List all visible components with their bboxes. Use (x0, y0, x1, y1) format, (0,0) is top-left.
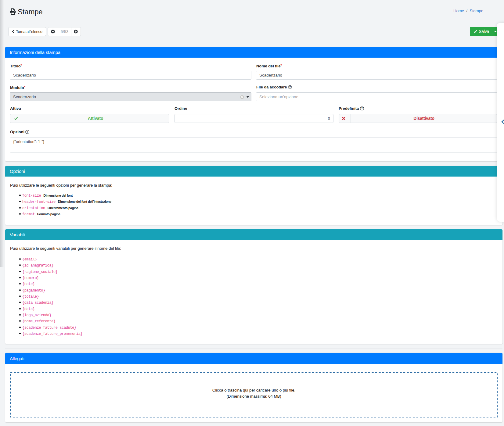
svg-text:?: ? (27, 130, 28, 133)
svg-text:?: ? (361, 107, 363, 110)
svg-text:?: ? (289, 85, 291, 88)
